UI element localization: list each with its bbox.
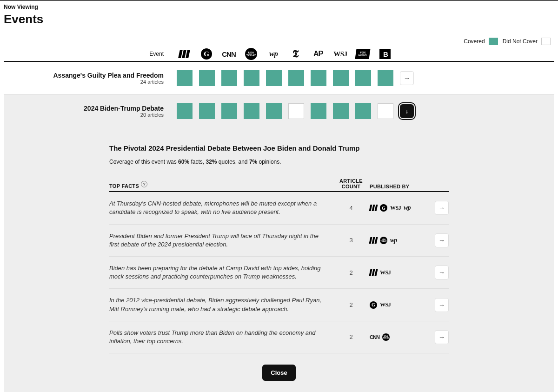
fact-publishers: CNNUSATODAY	[370, 333, 425, 341]
legend-notcovered-label: Did Not Cover	[503, 38, 538, 45]
coverage-cell[interactable]	[199, 70, 215, 86]
outlet-ap-icon: AP	[311, 48, 326, 60]
outlet-wapo-icon: wp	[266, 48, 281, 60]
publisher-guard-icon: G	[380, 204, 387, 212]
now-viewing-label: Now Viewing	[4, 4, 554, 10]
fact-text: President Biden and former President Tru…	[109, 232, 332, 249]
outlet-breitbart-icon: B	[378, 48, 392, 60]
fact-row: In the 2012 vice-presidential debate, Bi…	[109, 289, 449, 321]
coverage-cell[interactable]	[311, 103, 326, 119]
outlet-fox-icon: FOXNEWS	[355, 48, 370, 60]
event-detail-panel: The Pivotal 2024 Presidential Debate Bet…	[4, 127, 554, 392]
fact-publishers: WSJ	[370, 269, 425, 276]
close-button[interactable]: Close	[262, 365, 295, 381]
fact-row: At Thursday's CNN-hosted debate, microph…	[109, 192, 449, 224]
publisher-huff-icon	[370, 237, 377, 244]
fact-count: 4	[332, 205, 370, 212]
page-title: Events	[4, 12, 554, 27]
publisher-wsj-icon: WSJ	[380, 301, 391, 309]
expand-button[interactable]: →	[400, 71, 414, 85]
fact-count: 2	[332, 333, 370, 340]
collapse-button[interactable]: ↓	[400, 104, 414, 118]
publisher-huff-icon	[370, 269, 377, 276]
coverage-cell[interactable]	[355, 70, 371, 86]
publisher-huff-icon	[370, 204, 377, 212]
fact-publishers: GWSJ	[370, 301, 425, 309]
legend-notcovered-swatch	[541, 38, 551, 45]
event-row: 2024 Biden-Trump Debate20 articles↓	[4, 94, 554, 127]
fact-expand-button[interactable]: →	[435, 201, 449, 215]
coverage-cell[interactable]	[288, 103, 304, 119]
coverage-cell[interactable]	[266, 70, 282, 86]
publisher-usa-icon: USATODAY	[382, 333, 390, 341]
info-icon[interactable]: ?	[141, 181, 147, 187]
publisher-wsj-icon: WSJ	[380, 269, 391, 276]
outlet-guardian-icon: G	[199, 48, 214, 60]
outlet-wsj-icon: WSJ	[333, 48, 348, 60]
coverage-cell[interactable]	[244, 103, 259, 119]
outlet-nyt-icon: 𝕿	[288, 48, 303, 60]
event-title: 2024 Biden-Trump Debate	[4, 105, 164, 112]
event-article-count: 24 articles	[4, 79, 164, 85]
fact-text: At Thursday's CNN-hosted debate, microph…	[109, 199, 332, 216]
publisher-usa-icon: USATODAY	[380, 237, 387, 244]
fact-row: President Biden and former President Tru…	[109, 225, 449, 257]
fact-text: Polls show voters trust Trump more than …	[109, 329, 332, 345]
coverage-cell[interactable]	[288, 70, 304, 86]
fact-count: 2	[332, 269, 370, 276]
publisher-cnn-icon: CNN	[370, 333, 379, 341]
coverage-cell[interactable]	[199, 103, 215, 119]
fact-expand-button[interactable]: →	[435, 298, 449, 312]
col-count: Count	[342, 184, 361, 189]
col-top-facts: Top Facts	[109, 183, 139, 189]
publisher-wp-icon: wp	[404, 204, 410, 212]
event-article-count: 20 articles	[4, 112, 164, 118]
legend: Covered Did Not Cover	[4, 38, 554, 45]
outlet-huffpost-icon	[177, 48, 192, 60]
coverage-cell[interactable]	[378, 70, 393, 86]
outlet-usatoday-icon: USATODAY	[244, 48, 259, 60]
detail-heading: The Pivotal 2024 Presidential Debate Bet…	[109, 144, 449, 152]
publisher-wp-icon: wp	[390, 237, 397, 244]
coverage-cell[interactable]	[221, 103, 237, 119]
detail-summary: Coverage of this event was 60% facts, 32…	[109, 159, 449, 165]
coverage-cell[interactable]	[266, 103, 282, 119]
fact-expand-button[interactable]: →	[435, 266, 449, 279]
fact-count: 2	[332, 301, 370, 308]
fact-publishers: USATODAYwp	[370, 237, 425, 244]
legend-covered-swatch	[489, 38, 498, 45]
fact-text: Biden has been preparing for the debate …	[109, 264, 332, 281]
fact-expand-button[interactable]: →	[435, 330, 449, 344]
coverage-cell[interactable]	[177, 103, 193, 119]
coverage-cell[interactable]	[311, 70, 326, 86]
publisher-guard-icon: G	[370, 301, 377, 309]
legend-covered-label: Covered	[464, 38, 485, 45]
coverage-cell[interactable]	[221, 70, 237, 86]
event-title: Assange's Guilty Plea and Freedom	[4, 72, 164, 79]
coverage-cell[interactable]	[333, 103, 349, 119]
fact-row: Polls show voters trust Trump more than …	[109, 321, 449, 353]
col-article: Article	[339, 178, 363, 184]
coverage-cell[interactable]	[355, 103, 371, 119]
fact-publishers: GWSJwp	[370, 204, 425, 212]
coverage-cell[interactable]	[177, 70, 193, 86]
coverage-cell[interactable]	[378, 103, 393, 119]
coverage-cell[interactable]	[333, 70, 349, 86]
fact-row: Biden has been preparing for the debate …	[109, 257, 449, 289]
event-column-header: Event	[4, 51, 170, 57]
event-row: Assange's Guilty Plea and Freedom24 arti…	[4, 62, 554, 94]
fact-expand-button[interactable]: →	[435, 233, 449, 247]
column-headers: Event G CNN USATODAY wp 𝕿 AP WSJ FOXNEWS…	[4, 48, 554, 62]
fact-text: In the 2012 vice-presidential debate, Bi…	[109, 296, 332, 313]
col-published-by: Published By	[370, 184, 410, 189]
publisher-wsj-icon: WSJ	[390, 204, 401, 212]
coverage-cell[interactable]	[244, 70, 259, 86]
outlet-cnn-icon: CNN	[221, 48, 236, 60]
fact-count: 3	[332, 237, 370, 244]
